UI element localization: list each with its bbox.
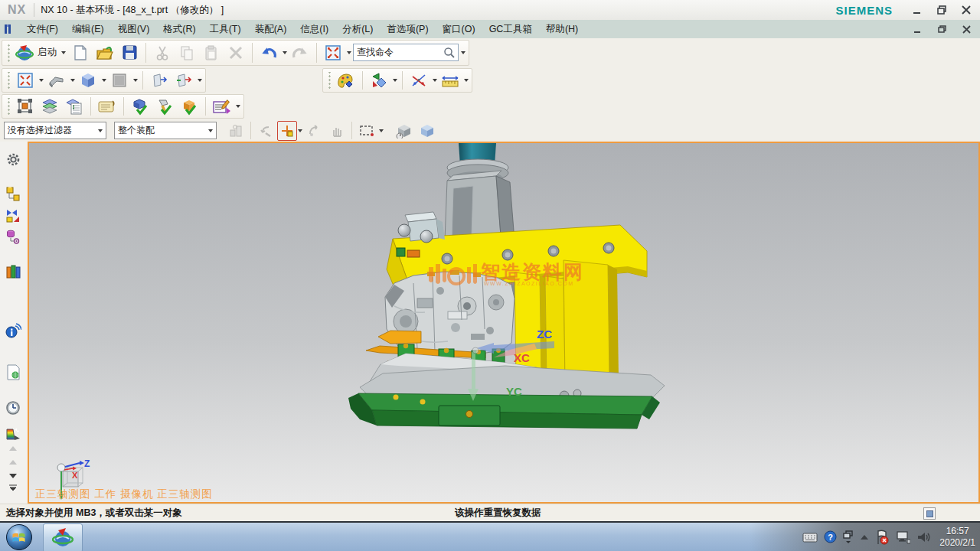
status-bar: 选择对象并使用 MB3，或者双击某一对象 该操作重置恢复数据 <box>0 504 980 522</box>
open-button[interactable] <box>93 42 116 64</box>
status-window-icon[interactable] <box>923 507 936 520</box>
close-icon[interactable] <box>956 2 977 18</box>
toolbar-grip[interactable] <box>7 98 11 114</box>
menu-help[interactable]: 帮助(H) <box>539 21 585 38</box>
measure-angle-button[interactable] <box>407 70 430 91</box>
toolbar-grip[interactable] <box>328 72 332 88</box>
graphics-window[interactable]: 智造资料网 WWW.ZHIZAOZILIAO.COM ZC XC YC Z X … <box>28 142 980 504</box>
roles-button[interactable] <box>2 148 24 171</box>
role-palette-button[interactable] <box>335 70 358 91</box>
fit-window-button[interactable] <box>14 70 37 91</box>
model-green-base[interactable] <box>348 393 660 429</box>
menu-analysis[interactable]: 分析(L) <box>335 21 380 38</box>
child-restore-icon[interactable] <box>931 21 952 37</box>
menu-edit[interactable]: 编辑(E) <box>65 21 111 38</box>
orient-dropdown-arrow[interactable] <box>70 79 75 82</box>
marquee-select-button[interactable] <box>355 120 378 142</box>
measure-distance-button[interactable] <box>439 70 462 91</box>
status-prompt: 选择对象并使用 MB3，或者双击某一对象 <box>6 507 182 520</box>
restore-tray-icon[interactable] <box>843 530 854 544</box>
history-button[interactable] <box>2 396 24 419</box>
assembly-navigator-button[interactable] <box>2 183 24 206</box>
snap-point-icon <box>280 124 294 138</box>
copy-icon <box>179 45 194 60</box>
clock-time: 16:57 <box>939 526 975 537</box>
show-hidden-icons[interactable] <box>860 534 869 540</box>
toolbar-grip[interactable] <box>7 44 11 63</box>
annotation-note-button[interactable] <box>96 96 119 117</box>
reuse-library-button[interactable] <box>2 260 24 283</box>
snap-point-button[interactable] <box>277 121 297 141</box>
layer-settings-button[interactable] <box>38 96 61 117</box>
visualization-button[interactable] <box>368 70 390 91</box>
check-tool-button[interactable] <box>153 96 176 117</box>
menu-preferences[interactable]: 首选项(P) <box>380 21 435 38</box>
3d-model-canvas[interactable] <box>29 143 978 502</box>
sidebar-scroll-down-icon[interactable] <box>2 471 24 481</box>
measure-dropdown-arrow[interactable] <box>433 79 437 82</box>
fit-dropdown-arrow[interactable] <box>347 51 351 54</box>
orient-view-button[interactable] <box>45 70 68 91</box>
shaded-cube-icon <box>80 72 96 89</box>
highlight-related-button <box>224 120 247 142</box>
move-component-button[interactable] <box>14 96 37 117</box>
paste-button <box>200 42 223 64</box>
help-tray-icon[interactable]: ? <box>824 530 837 543</box>
new-file-button[interactable] <box>69 42 92 64</box>
check-assembly-button[interactable] <box>178 96 201 117</box>
background-dropdown-arrow[interactable] <box>133 79 138 82</box>
command-finder-button[interactable] <box>322 42 345 64</box>
taskbar-clock[interactable]: 16:57 2020/2/1 <box>939 526 975 549</box>
command-search-input[interactable]: 查找命令 <box>353 44 459 61</box>
undo-dropdown-arrow[interactable] <box>283 51 287 54</box>
fit-dropdown-arrow[interactable] <box>39 79 44 82</box>
action-center-flag-icon[interactable] <box>875 530 889 545</box>
show-shaded-button[interactable] <box>393 120 416 142</box>
menu-tools[interactable]: 工具(T) <box>203 21 248 38</box>
datum-dropdown-arrow[interactable] <box>198 79 202 82</box>
show-transparent-button[interactable] <box>416 120 439 142</box>
rendering-dropdown-arrow[interactable] <box>102 79 106 82</box>
selection-filter-dropdown[interactable]: 没有选择过滤器 <box>4 122 106 139</box>
save-button[interactable] <box>118 42 141 64</box>
ruler-dropdown-arrow[interactable] <box>464 79 469 82</box>
menu-file[interactable]: 文件(F) <box>20 21 65 38</box>
menu-assemblies[interactable]: 装配(A) <box>248 21 294 38</box>
start-button[interactable] <box>5 523 33 551</box>
network-tray-icon[interactable] <box>895 530 910 544</box>
search-dropdown-arrow[interactable] <box>461 51 466 54</box>
start-menu-button[interactable]: 启动 <box>14 42 67 64</box>
undo-button[interactable] <box>257 42 280 64</box>
keyboard-tray-icon[interactable] <box>802 532 818 543</box>
selection-scope-dropdown[interactable]: 整个装配 <box>114 122 217 139</box>
menu-information[interactable]: 信息(I) <box>293 21 335 38</box>
toolbar-grip[interactable] <box>7 72 11 88</box>
rotate-point-icon <box>307 124 321 138</box>
text-dropdown-arrow[interactable] <box>236 105 240 108</box>
child-minimize-icon[interactable] <box>906 21 928 37</box>
show-datum-button[interactable] <box>148 70 171 91</box>
marquee-dropdown-arrow[interactable] <box>379 129 384 132</box>
web-browser-button[interactable] <box>2 360 24 383</box>
layer-category-button[interactable] <box>63 96 86 117</box>
text-edit-button[interactable] <box>211 96 234 117</box>
menu-view[interactable]: 视图(V) <box>111 21 157 38</box>
background-button[interactable] <box>108 70 131 91</box>
visualization-dropdown-arrow[interactable] <box>393 79 397 82</box>
volume-tray-icon[interactable] <box>916 530 930 544</box>
menu-gc-toolbox[interactable]: GC工具箱 <box>482 21 539 38</box>
rendering-style-button[interactable] <box>77 70 100 91</box>
child-close-icon[interactable] <box>956 21 977 37</box>
check-part-button[interactable] <box>129 96 152 117</box>
show-datum-axis-button[interactable] <box>172 70 195 91</box>
taskbar-nx-button[interactable] <box>43 523 83 551</box>
internet-navigator-button[interactable] <box>2 319 24 342</box>
minimize-icon[interactable] <box>906 2 928 18</box>
menu-format[interactable]: 格式(R) <box>156 21 202 38</box>
menu-window[interactable]: 窗口(O) <box>436 21 482 38</box>
hand-icon <box>330 124 344 138</box>
sidebar-scroll-bottom-icon[interactable] <box>2 483 24 495</box>
constraint-navigator-button[interactable] <box>2 204 24 227</box>
part-navigator-button[interactable] <box>2 226 24 249</box>
restore-icon[interactable] <box>931 2 952 18</box>
